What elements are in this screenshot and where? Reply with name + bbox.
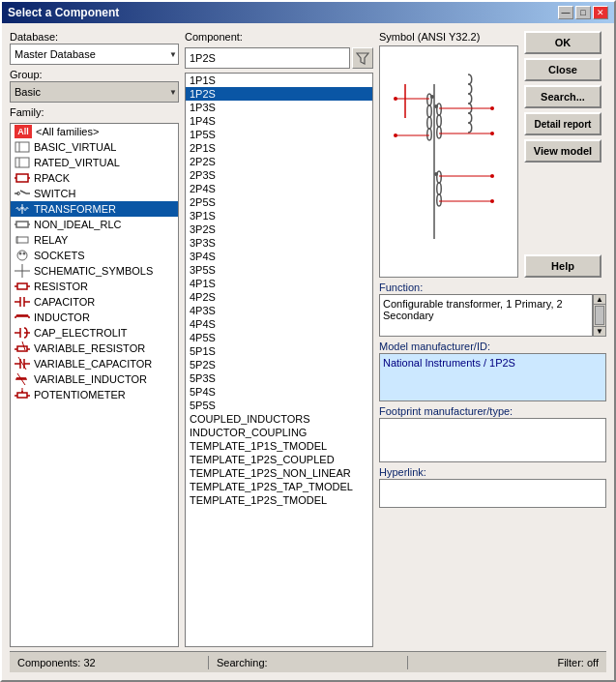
comp-item-1p4s[interactable]: 1P4S <box>186 114 372 128</box>
family-icon-ss <box>15 264 30 278</box>
scroll-down-button[interactable]: ▼ <box>594 326 605 336</box>
filter-icon <box>356 51 369 65</box>
comp-item-coupled-inductors[interactable]: COUPLED_INDUCTORS <box>186 412 372 426</box>
ok-button[interactable]: OK <box>524 31 601 54</box>
status-searching: Searching: <box>217 657 399 668</box>
comp-item-5p5s[interactable]: 5P5S <box>186 399 372 412</box>
svg-point-47 <box>21 391 23 393</box>
comp-item-3p1s[interactable]: 3P1S <box>186 209 372 222</box>
group-dropdown[interactable]: Basic <box>10 81 179 103</box>
comp-item-5p4s[interactable]: 5P4S <box>186 385 372 399</box>
comp-item-3p2s[interactable]: 3P2S <box>186 222 372 236</box>
family-item-potentiometer[interactable]: POTENTIOMETER <box>11 387 178 402</box>
comp-item-inductor-coupling[interactable]: INDUCTOR_COUPLING <box>186 426 372 439</box>
search-button[interactable]: Search... <box>524 85 601 108</box>
comp-item-5p2s[interactable]: 5P2S <box>186 358 372 371</box>
comp-item-3p3s[interactable]: 3P3S <box>186 236 372 250</box>
function-label: Function: <box>379 282 606 293</box>
view-model-button[interactable]: View model <box>524 139 601 163</box>
family-item-variable-inductor[interactable]: VARIABLE_INDUCTOR <box>11 371 178 387</box>
svg-rect-44 <box>17 393 27 398</box>
family-item-all[interactable]: All <All families> <box>11 124 178 139</box>
family-item-variable-capacitor[interactable]: VARIABLE_CAPACITOR <box>11 356 178 371</box>
family-item-inductor[interactable]: INDUCTOR <box>11 310 178 325</box>
component-listbox[interactable]: 1P1S 1P2S 1P3S 1P4S 1P5S 2P1S 2P2S 2P3S … <box>185 73 373 647</box>
family-item-rpack[interactable]: RPACK <box>11 170 178 186</box>
comp-item-4p3s[interactable]: 4P3S <box>186 304 372 317</box>
symbol-label: Symbol (ANSI Y32.2) <box>379 31 518 43</box>
main-window: Select a Component — □ ✕ Database: Maste… <box>0 0 616 682</box>
function-value: Configurable transformer, 1 Primary, 2 S… <box>383 298 563 321</box>
svg-point-58 <box>490 132 494 135</box>
comp-item-4p1s[interactable]: 4P1S <box>186 277 372 290</box>
family-icon-vi <box>15 372 30 386</box>
scroll-up-button[interactable]: ▲ <box>594 295 605 305</box>
comp-item-template-1p1s[interactable]: TEMPLATE_1P1S_TMODEL <box>186 439 372 453</box>
family-item-rated-virtual[interactable]: RATED_VIRTUAL <box>11 155 178 170</box>
family-item-resistor[interactable]: RESISTOR <box>11 279 178 294</box>
family-icon-in <box>15 311 30 324</box>
maximize-button[interactable]: □ <box>575 6 591 19</box>
svg-point-54 <box>394 133 397 137</box>
comp-item-template-1p2s-coupled[interactable]: TEMPLATE_1P2S_COUPLED <box>186 453 372 466</box>
family-item-sockets[interactable]: SOCKETS <box>11 248 178 263</box>
database-dropdown[interactable]: Master Database <box>10 44 179 65</box>
family-item-basic-virtual[interactable]: BASIC_VIRTUAL <box>11 139 178 155</box>
family-item-cap-electrolit[interactable]: CAP_ELECTROLIT <box>11 325 178 341</box>
function-section: Function: Configurable transformer, 1 Pr… <box>379 282 606 337</box>
status-components-text: Components: 32 <box>17 657 96 668</box>
comp-item-template-1p2s-non-linear[interactable]: TEMPLATE_1P2S_NON_LINEAR <box>186 466 372 480</box>
family-label-switch: SWITCH <box>34 188 75 199</box>
family-item-schematic[interactable]: SCHEMATIC_SYMBOLS <box>11 263 178 279</box>
model-manufacturer-label: Model manufacturer/ID: <box>379 341 606 352</box>
family-icon-vc <box>15 357 30 371</box>
comp-item-2p2s[interactable]: 2P2S <box>186 155 372 168</box>
comp-item-template-1p2s-tap[interactable]: TEMPLATE_1P2S_TAP_TMODEL <box>186 480 372 493</box>
comp-item-2p4s[interactable]: 2P4S <box>186 182 372 195</box>
symbol-panel: Symbol (ANSI Y32.2) <box>379 31 518 278</box>
svg-rect-2 <box>15 158 29 167</box>
close-button-main[interactable]: Close <box>524 58 601 81</box>
family-label-resistor: RESISTOR <box>34 281 88 292</box>
comp-item-2p1s[interactable]: 2P1S <box>186 141 372 155</box>
comp-item-2p5s[interactable]: 2P5S <box>186 195 372 209</box>
comp-item-1p3s[interactable]: 1P3S <box>186 101 372 114</box>
comp-item-3p4s[interactable]: 3P4S <box>186 250 372 263</box>
family-item-relay[interactable]: RELAY <box>11 232 178 248</box>
detail-report-button[interactable]: Detail report <box>524 112 601 135</box>
component-search-input[interactable] <box>185 47 350 69</box>
family-label-basic-virtual: BASIC_VIRTUAL <box>34 141 116 153</box>
comp-item-1p5s[interactable]: 1P5S <box>186 128 372 141</box>
family-listbox[interactable]: All <All families> BASIC_VIRTUAL RATED <box>10 123 179 647</box>
family-label-rpack: RPACK <box>34 172 70 184</box>
comp-item-4p4s[interactable]: 4P4S <box>186 317 372 331</box>
function-scrollbar[interactable]: ▲ ▼ <box>593 294 606 337</box>
comp-item-template-1p2s-tmodel[interactable]: TEMPLATE_1P2S_TMODEL <box>186 493 372 507</box>
group-section: Group: Basic ▼ <box>10 69 179 103</box>
family-item-capacitor[interactable]: CAPACITOR <box>11 294 178 310</box>
comp-item-1p2s[interactable]: 1P2S <box>186 87 372 101</box>
family-item-transformer[interactable]: TRANSFORMER <box>11 201 178 217</box>
component-filter-button[interactable] <box>352 47 373 69</box>
footprint-value <box>379 418 606 462</box>
comp-item-2p3s[interactable]: 2P3S <box>186 168 372 182</box>
family-item-non-ideal-rlc[interactable]: NON_IDEAL_RLC <box>11 217 178 232</box>
family-label-schematic: SCHEMATIC_SYMBOLS <box>34 265 153 277</box>
function-text-content: Configurable transformer, 1 Primary, 2 S… <box>379 294 593 337</box>
svg-marker-48 <box>357 53 368 64</box>
help-button[interactable]: Help <box>524 254 601 278</box>
family-item-switch[interactable]: SWITCH <box>11 186 178 201</box>
minimize-button[interactable]: — <box>558 6 573 19</box>
comp-item-1p1s[interactable]: 1P1S <box>186 74 372 87</box>
model-id-value: National Instruments / 1P2S <box>379 353 606 401</box>
family-item-variable-resistor[interactable]: VARIABLE_RESISTOR <box>11 341 178 356</box>
right-buttons: OK Close Search... Detail report View mo… <box>524 31 606 278</box>
comp-item-5p3s[interactable]: 5P3S <box>186 371 372 385</box>
right-panel: Symbol (ANSI Y32.2) <box>379 31 606 647</box>
comp-item-5p1s[interactable]: 5P1S <box>186 344 372 358</box>
svg-rect-34 <box>17 346 27 351</box>
close-button[interactable]: ✕ <box>593 6 608 19</box>
comp-item-4p5s[interactable]: 4P5S <box>186 331 372 344</box>
comp-item-4p2s[interactable]: 4P2S <box>186 290 372 304</box>
comp-item-3p5s[interactable]: 3P5S <box>186 263 372 277</box>
